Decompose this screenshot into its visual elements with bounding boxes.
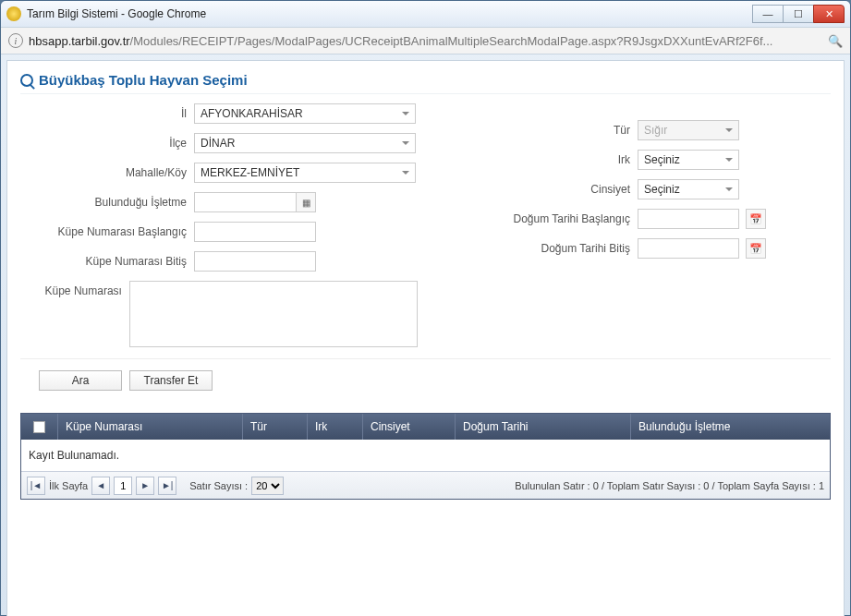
pager-last-button[interactable]: ►| bbox=[158, 477, 176, 495]
app-window: Tarım Bilgi Sistemi - Google Chrome hbsa… bbox=[0, 0, 851, 616]
pager-info: Bulunulan Satır : 0 / Toplam Satır Sayıs… bbox=[515, 480, 824, 491]
tur-label: Tür bbox=[455, 124, 630, 137]
page-header: Büyükbaş Toplu Hayvan Seçimi bbox=[20, 72, 831, 94]
kupe-bitis-label: Küpe Numarası Bitiş bbox=[20, 255, 187, 268]
il-select[interactable]: AFYONKARAHİSAR bbox=[194, 103, 416, 124]
dogum-bitis-label: Doğum Tarihi Bitiş bbox=[455, 242, 630, 255]
pager-first-button[interactable]: |◄ bbox=[27, 477, 45, 495]
select-all-header[interactable] bbox=[21, 414, 58, 440]
results-grid: Küpe Numarası Tür Irk Cinsiyet Doğum Tar… bbox=[20, 413, 831, 500]
column-kupe[interactable]: Küpe Numarası bbox=[58, 414, 243, 440]
il-label: İl bbox=[20, 107, 187, 120]
pager-page-input[interactable] bbox=[114, 477, 132, 495]
pager-first-label: İlk Sayfa bbox=[49, 480, 88, 491]
maximize-button[interactable] bbox=[783, 5, 814, 23]
cinsiyet-select[interactable]: Seçiniz bbox=[638, 179, 739, 199]
kupe-numarasi-textarea[interactable] bbox=[129, 281, 418, 347]
zoom-icon[interactable] bbox=[828, 34, 843, 48]
chevron-down-icon bbox=[402, 171, 409, 175]
close-button[interactable] bbox=[813, 5, 845, 23]
window-title: Tarım Bilgi Sistemi - Google Chrome bbox=[27, 7, 753, 20]
dogum-baslangic-label: Doğum Tarihi Başlangıç bbox=[455, 212, 630, 225]
row-count-label: Satır Sayısı : bbox=[189, 480, 248, 491]
page-content: Büyükbaş Toplu Hayvan Seçimi İl AFYONKAR… bbox=[6, 60, 845, 616]
page-title: Büyükbaş Toplu Hayvan Seçimi bbox=[39, 72, 248, 88]
app-favicon bbox=[6, 6, 21, 21]
grid-empty-message: Kayıt Bulunamadı. bbox=[21, 440, 830, 471]
kupe-bitis-input[interactable] bbox=[194, 251, 316, 272]
window-controls bbox=[753, 5, 845, 23]
site-info-icon[interactable] bbox=[8, 33, 23, 48]
dogum-bitis-input[interactable] bbox=[638, 238, 739, 259]
tur-select: Sığır bbox=[638, 120, 739, 140]
ilce-label: İlçe bbox=[20, 137, 187, 150]
calendar-icon[interactable] bbox=[746, 238, 766, 259]
isletme-label: Bulunduğu İşletme bbox=[20, 196, 187, 209]
titlebar: Tarım Bilgi Sistemi - Google Chrome bbox=[1, 1, 850, 27]
url-display[interactable]: hbsapp.tarbil.gov.tr/Modules/RECEIPT/Pag… bbox=[29, 34, 822, 48]
ara-button[interactable]: Ara bbox=[39, 370, 122, 391]
url-host: hbsapp.tarbil.gov.tr bbox=[29, 34, 130, 48]
column-tur[interactable]: Tür bbox=[243, 414, 308, 440]
kupe-numarasi-label: Küpe Numarası bbox=[20, 281, 122, 297]
cinsiyet-label: Cinsiyet bbox=[455, 183, 630, 196]
address-bar: hbsapp.tarbil.gov.tr/Modules/RECEIPT/Pag… bbox=[1, 27, 850, 54]
ilce-select[interactable]: DİNAR bbox=[194, 133, 416, 153]
dogum-baslangic-input[interactable] bbox=[638, 209, 739, 229]
select-all-checkbox[interactable] bbox=[33, 421, 45, 433]
kupe-baslangic-input[interactable] bbox=[194, 222, 316, 242]
irk-select[interactable]: Seçiniz bbox=[638, 150, 739, 170]
search-form: İl AFYONKARAHİSAR İlçe DİNAR Mahalle/Köy bbox=[20, 103, 831, 347]
chevron-down-icon bbox=[725, 158, 733, 162]
transfer-et-button[interactable]: Transfer Et bbox=[129, 370, 213, 391]
calendar-icon[interactable] bbox=[746, 209, 766, 229]
kupe-baslangic-label: Küpe Numarası Başlangıç bbox=[20, 225, 187, 238]
irk-label: Irk bbox=[455, 153, 630, 166]
search-icon bbox=[20, 74, 33, 87]
chevron-down-icon bbox=[725, 187, 733, 191]
pager-next-button[interactable]: ► bbox=[136, 477, 154, 495]
form-left-column: İl AFYONKARAHİSAR İlçe DİNAR Mahalle/Köy bbox=[20, 103, 418, 347]
mahalle-select[interactable]: MERKEZ-EMNİYET bbox=[194, 163, 416, 183]
action-buttons: Ara Transfer Et bbox=[39, 370, 831, 391]
grid-pager: |◄ İlk Sayfa ◄ ► ►| Satır Sayısı : 20 Bu… bbox=[21, 471, 830, 499]
column-cinsiyet[interactable]: Cinsiyet bbox=[363, 414, 456, 440]
grid-header: Küpe Numarası Tür Irk Cinsiyet Doğum Tar… bbox=[21, 414, 830, 440]
isletme-lookup-button[interactable] bbox=[296, 192, 316, 212]
pager-prev-button[interactable]: ◄ bbox=[91, 477, 110, 495]
form-right-column: Tür Sığır Irk Seçiniz Cinsiyet bbox=[455, 103, 787, 347]
isletme-input[interactable] bbox=[194, 192, 297, 212]
minimize-button[interactable] bbox=[752, 5, 784, 23]
divider bbox=[20, 358, 831, 359]
url-path: /Modules/RECEIPT/Pages/ModalPages/UCRece… bbox=[130, 34, 773, 48]
chevron-down-icon bbox=[725, 128, 733, 132]
row-count-select[interactable]: 20 bbox=[251, 477, 284, 495]
column-dogum[interactable]: Doğum Tarihi bbox=[456, 414, 631, 440]
column-isletme[interactable]: Bulunduğu İşletme bbox=[631, 414, 830, 440]
chevron-down-icon bbox=[402, 141, 409, 145]
chevron-down-icon bbox=[402, 112, 409, 115]
column-irk[interactable]: Irk bbox=[308, 414, 363, 440]
mahalle-label: Mahalle/Köy bbox=[20, 166, 187, 179]
